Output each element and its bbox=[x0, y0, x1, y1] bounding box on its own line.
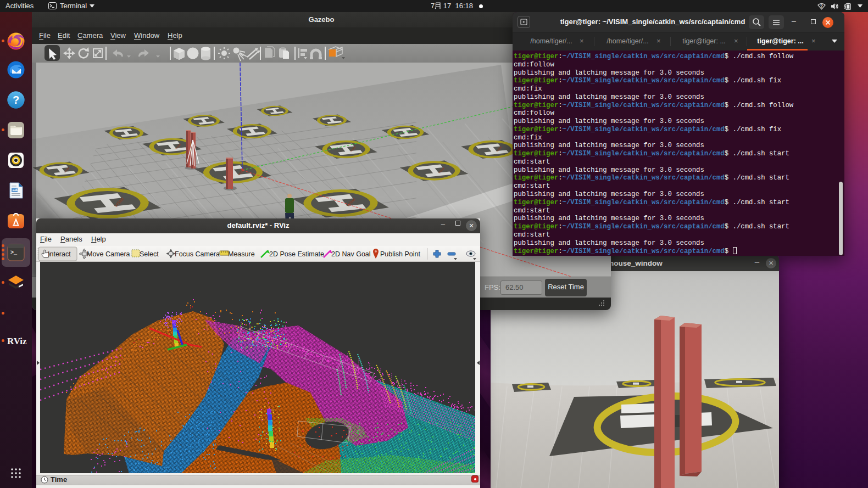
svg-text:Focus Camera: Focus Camera bbox=[175, 250, 220, 258]
svg-text:Select: Select bbox=[140, 250, 159, 258]
svg-text:Interact: Interact bbox=[48, 250, 71, 258]
svg-text:Publish Point: Publish Point bbox=[380, 250, 420, 258]
svg-text:2D Pose Estimate: 2D Pose Estimate bbox=[269, 250, 324, 258]
svg-text:RViz: RViz bbox=[7, 336, 27, 346]
svg-text:?: ? bbox=[13, 94, 19, 106]
svg-text:2D Nav Goal: 2D Nav Goal bbox=[331, 250, 371, 258]
svg-text:Measure: Measure bbox=[228, 250, 255, 258]
svg-text:?: ? bbox=[820, 3, 823, 8]
svg-text:Move Camera: Move Camera bbox=[87, 250, 130, 258]
svg-text:>_: >_ bbox=[10, 250, 18, 256]
